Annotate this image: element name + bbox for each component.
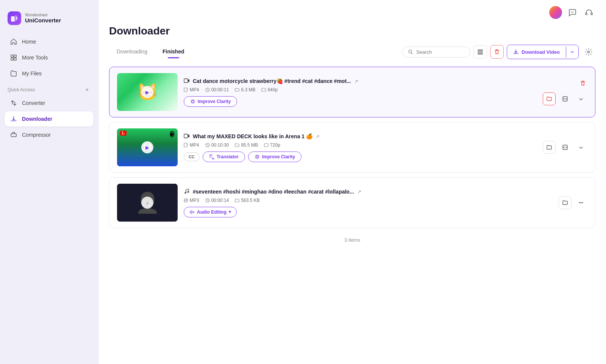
download-video-dropdown-button[interactable]: [566, 45, 578, 59]
folder-icon-2: [546, 144, 552, 150]
resolution-icon: [264, 143, 269, 147]
improve-clarity-button[interactable]: Improve Clarity: [184, 96, 237, 107]
external-link-icon[interactable]: ↗: [315, 134, 320, 139]
audio-editing-button[interactable]: Audio Editing ▾: [184, 207, 237, 217]
convert-button-2[interactable]: [559, 141, 572, 154]
tab-finished[interactable]: Finished: [155, 45, 192, 58]
svg-rect-15: [478, 53, 483, 55]
ellipsis-icon: [578, 199, 584, 206]
format-meta: MP4: [184, 87, 199, 92]
more-tools-icon: [10, 54, 17, 61]
delete-icon: [494, 49, 500, 55]
download-video-main[interactable]: Download Video: [507, 47, 566, 58]
svg-point-36: [581, 202, 582, 203]
video-type-icon: [184, 78, 190, 85]
sidebar-item-downloader-label: Downloader: [22, 116, 52, 122]
convert-icon-2: [562, 144, 568, 150]
headset-icon-button[interactable]: [583, 6, 595, 19]
svg-rect-13: [478, 50, 483, 51]
play-button[interactable]: ▶: [141, 141, 153, 153]
search-input[interactable]: [416, 49, 462, 55]
sidebar-item-compressor[interactable]: Compressor: [5, 127, 94, 142]
item-info: What my MAXED DECK looks like in Arena 1…: [184, 133, 537, 162]
toolbar-right: Download Video: [402, 45, 595, 59]
chat-icon-button[interactable]: [566, 6, 579, 19]
sidebar-item-home[interactable]: Home: [5, 34, 94, 49]
tab-downloading[interactable]: Downloading: [109, 45, 155, 58]
settings-button[interactable]: [582, 45, 595, 59]
audio-type-icon: [184, 188, 190, 195]
audio-waveform-icon: [189, 209, 195, 215]
duration-meta: 00:00:14: [205, 198, 229, 203]
clock-icon: [205, 198, 210, 203]
sidebar-item-converter[interactable]: Converter: [5, 95, 94, 111]
sparkle-icon-2: [255, 154, 260, 159]
tabs: Downloading Finished: [109, 45, 192, 58]
svg-rect-10: [586, 13, 587, 15]
user-avatar[interactable]: [549, 6, 562, 19]
download-video-button[interactable]: Download Video: [507, 45, 579, 59]
play-button[interactable]: ▶: [141, 86, 153, 98]
format-meta: MP3: [184, 198, 199, 203]
sidebar: Wondershare UniConverter Home More T: [0, 0, 98, 364]
resolution-meta: 640p: [261, 87, 278, 92]
search-icon: [408, 49, 413, 55]
size-meta: 85.5 MB: [235, 142, 258, 148]
open-folder-button-2[interactable]: [543, 141, 556, 154]
sidebar-item-more-tools[interactable]: More Tools: [5, 50, 94, 65]
svg-point-29: [185, 192, 186, 193]
svg-rect-4: [11, 58, 13, 60]
improve-clarity-button-2[interactable]: Improve Clarity: [248, 152, 301, 162]
translator-button[interactable]: Translator: [203, 152, 245, 162]
item-more-button-2[interactable]: [575, 141, 587, 154]
download-item: 🐱 ▶ Cat dance motorcycle strawberry🍓 #tr…: [109, 67, 595, 117]
svg-point-9: [573, 12, 574, 12]
item-toolbar-row: [559, 196, 587, 209]
item-meta: MP4 00:10:30 85.5 MB 720p: [184, 142, 537, 148]
item-actions: CC Translator Improve Clarity: [184, 152, 537, 162]
convert-button[interactable]: [559, 92, 572, 105]
svg-rect-17: [184, 79, 188, 83]
svg-point-37: [582, 202, 583, 203]
item-thumbnail: 👤 ♪: [117, 184, 178, 222]
cc-button[interactable]: CC: [184, 152, 200, 161]
search-box[interactable]: [402, 47, 470, 58]
item-more-button-3[interactable]: [575, 196, 587, 209]
external-link-icon[interactable]: ↗: [354, 78, 358, 84]
size-meta: 6.3 MB: [235, 87, 255, 92]
item-title-row: Cat dance motorcycle strawberry🍓 #trend …: [184, 78, 537, 85]
translator-icon: [209, 154, 214, 159]
open-folder-button[interactable]: [543, 92, 556, 105]
open-folder-button-3[interactable]: [559, 196, 572, 209]
item-thumbnail: 1- 14 ▶ ▶: [117, 128, 178, 166]
sidebar-nav: Home More Tools My Files: [0, 34, 98, 81]
item-more-button[interactable]: [575, 92, 587, 105]
item-delete-button[interactable]: [578, 79, 587, 89]
format-icon: [184, 198, 188, 203]
svg-rect-6: [11, 134, 16, 137]
add-quick-access-button[interactable]: +: [84, 86, 91, 93]
item-title-row: #seventeen #hoshi #minghao #dino #leecha…: [184, 188, 544, 195]
top-bar: [98, 0, 606, 25]
external-link-icon[interactable]: ↗: [357, 189, 361, 195]
app-logo[interactable]: Wondershare UniConverter: [0, 8, 98, 34]
home-icon: [10, 38, 17, 45]
format-meta: MP4: [184, 142, 199, 148]
item-thumbnail: 🐱 ▶: [117, 73, 178, 111]
svg-rect-23: [184, 134, 188, 138]
video-type-icon: [184, 133, 190, 140]
delete-all-button[interactable]: [490, 45, 504, 59]
duration-meta: 00:10:30: [205, 142, 229, 148]
folder-meta-icon: [235, 198, 239, 203]
item-right-actions: [543, 141, 587, 154]
sidebar-item-my-files[interactable]: My Files: [5, 66, 94, 81]
resolution-meta: 720p: [264, 142, 280, 148]
folder-icon: [546, 96, 552, 102]
item-info: Cat dance motorcycle strawberry🍓 #trend …: [184, 78, 537, 107]
downloader-icon: [10, 115, 17, 123]
svg-point-35: [579, 202, 580, 203]
list-view-button[interactable]: [473, 45, 487, 59]
format-icon: [184, 87, 188, 92]
sidebar-item-downloader[interactable]: Downloader: [5, 111, 94, 127]
quick-access-section: Quick Access +: [0, 81, 98, 95]
